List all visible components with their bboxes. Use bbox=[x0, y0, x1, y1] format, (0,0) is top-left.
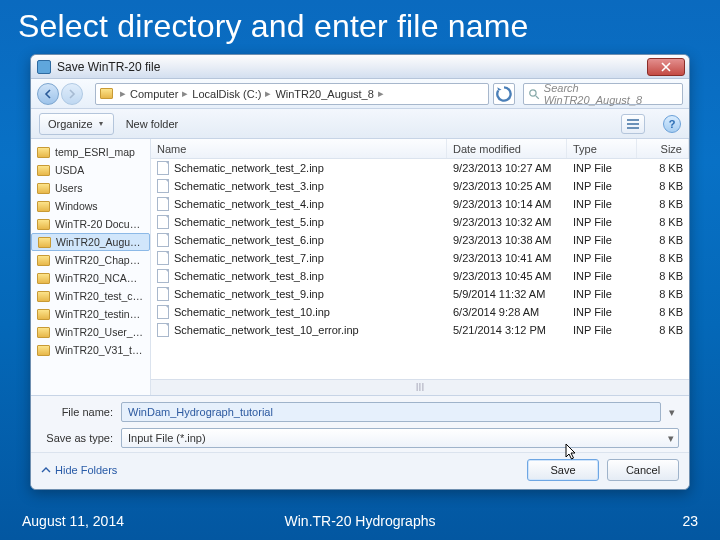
file-icon bbox=[157, 305, 169, 319]
filename-input[interactable]: WinDam_Hydrograph_tutorial bbox=[121, 402, 661, 422]
file-type: INP File bbox=[567, 288, 637, 300]
column-name[interactable]: Name bbox=[151, 139, 447, 158]
refresh-button[interactable] bbox=[493, 83, 515, 105]
slide-footer-center: Win.TR-20 Hydrographs bbox=[285, 513, 436, 529]
file-type: INP File bbox=[567, 252, 637, 264]
close-button[interactable] bbox=[647, 58, 685, 76]
file-type: INP File bbox=[567, 306, 637, 318]
file-rows[interactable]: Schematic_network_test_2.inp9/23/2013 10… bbox=[151, 159, 689, 379]
breadcrumb[interactable]: ▸ Computer ▸ LocalDisk (C:) ▸ WinTR20_Au… bbox=[95, 83, 489, 105]
file-size: 8 KB bbox=[637, 270, 689, 282]
file-type: INP File bbox=[567, 324, 637, 336]
help-button[interactable]: ? bbox=[663, 115, 681, 133]
column-headers[interactable]: Name Date modified Type Size bbox=[151, 139, 689, 159]
folder-icon bbox=[38, 237, 51, 248]
file-date: 9/23/2013 10:27 AM bbox=[447, 162, 567, 174]
save-button[interactable]: Save bbox=[527, 459, 599, 481]
sidebar-item-label: WinTR20_NCA… bbox=[55, 272, 137, 284]
sidebar-item-label: WinTR20_Augu… bbox=[56, 236, 141, 248]
table-row[interactable]: Schematic_network_test_8.inp9/23/2013 10… bbox=[151, 267, 689, 285]
column-type[interactable]: Type bbox=[567, 139, 637, 158]
table-row[interactable]: Schematic_network_test_7.inp9/23/2013 10… bbox=[151, 249, 689, 267]
table-row[interactable]: Schematic_network_test_2.inp9/23/2013 10… bbox=[151, 159, 689, 177]
sidebar-item[interactable]: WinTR20_Chap… bbox=[31, 251, 150, 269]
file-list: Name Date modified Type Size Schematic_n… bbox=[151, 139, 689, 395]
sidebar[interactable]: temp_ESRI_mapUSDAUsersWindowsWinTR-20 Do… bbox=[31, 139, 151, 395]
sidebar-item[interactable]: WinTR20_Augu… bbox=[31, 233, 150, 251]
table-row[interactable]: Schematic_network_test_4.inp9/23/2013 10… bbox=[151, 195, 689, 213]
table-row[interactable]: Schematic_network_test_5.inp9/23/2013 10… bbox=[151, 213, 689, 231]
breadcrumb-part[interactable]: LocalDisk (C:) bbox=[192, 88, 261, 100]
file-icon bbox=[157, 323, 169, 337]
folder-icon bbox=[37, 345, 50, 356]
sidebar-item-label: Windows bbox=[55, 200, 98, 212]
chevron-up-icon bbox=[41, 465, 51, 475]
breadcrumb-part[interactable]: Computer bbox=[130, 88, 178, 100]
sidebar-item[interactable]: Windows bbox=[31, 197, 150, 215]
window-title: Save WinTR-20 file bbox=[57, 60, 647, 74]
search-input[interactable]: Search WinTR20_August_8 bbox=[523, 83, 683, 105]
sidebar-item[interactable]: WinTR20_NCA… bbox=[31, 269, 150, 287]
horizontal-scrollbar[interactable]: III bbox=[151, 379, 689, 395]
folder-icon bbox=[100, 88, 113, 99]
table-row[interactable]: Schematic_network_test_3.inp9/23/2013 10… bbox=[151, 177, 689, 195]
search-placeholder: Search WinTR20_August_8 bbox=[544, 82, 678, 106]
view-button[interactable] bbox=[621, 114, 645, 134]
organize-label: Organize bbox=[48, 118, 93, 130]
file-date: 5/9/2014 11:32 AM bbox=[447, 288, 567, 300]
file-icon bbox=[157, 287, 169, 301]
file-name: Schematic_network_test_3.inp bbox=[174, 180, 324, 192]
file-icon bbox=[157, 233, 169, 247]
sidebar-item-label: WinTR20_User_… bbox=[55, 326, 143, 338]
folder-icon bbox=[37, 183, 50, 194]
saveastype-label: Save as type: bbox=[41, 432, 113, 444]
table-row[interactable]: Schematic_network_test_10_error.inp5/21/… bbox=[151, 321, 689, 339]
bottom-panel: File name: WinDam_Hydrograph_tutorial ▾ … bbox=[31, 396, 689, 452]
sidebar-item[interactable]: WinTR-20 Docu… bbox=[31, 215, 150, 233]
column-date[interactable]: Date modified bbox=[447, 139, 567, 158]
slide-footer: August 11, 2014 Win.TR-20 Hydrographs 23 bbox=[0, 502, 720, 540]
forward-button[interactable] bbox=[61, 83, 83, 105]
organize-button[interactable]: Organize bbox=[39, 113, 114, 135]
sidebar-item-label: WinTR20_Chap… bbox=[55, 254, 140, 266]
toolbar: Organize New folder ? bbox=[31, 109, 689, 139]
sidebar-item[interactable]: WinTR20_User_… bbox=[31, 323, 150, 341]
close-icon bbox=[661, 62, 671, 72]
file-size: 8 KB bbox=[637, 252, 689, 264]
sidebar-item[interactable]: WinTR20_testin… bbox=[31, 305, 150, 323]
sidebar-item-label: WinTR20_test_c… bbox=[55, 290, 143, 302]
folder-icon bbox=[37, 273, 50, 284]
file-date: 9/23/2013 10:41 AM bbox=[447, 252, 567, 264]
file-icon bbox=[157, 161, 169, 175]
sidebar-item[interactable]: USDA bbox=[31, 161, 150, 179]
file-type: INP File bbox=[567, 162, 637, 174]
folder-icon bbox=[37, 165, 50, 176]
table-row[interactable]: Schematic_network_test_10.inp6/3/2014 9:… bbox=[151, 303, 689, 321]
back-button[interactable] bbox=[37, 83, 59, 105]
sidebar-item[interactable]: temp_ESRI_map bbox=[31, 143, 150, 161]
cancel-button[interactable]: Cancel bbox=[607, 459, 679, 481]
breadcrumb-part[interactable]: WinTR20_August_8 bbox=[275, 88, 373, 100]
sidebar-item[interactable]: Users bbox=[31, 179, 150, 197]
file-size: 8 KB bbox=[637, 162, 689, 174]
titlebar[interactable]: Save WinTR-20 file bbox=[31, 55, 689, 79]
saveastype-select[interactable]: Input File (*.inp) ▾ bbox=[121, 428, 679, 448]
sidebar-item[interactable]: WinTR20_test_c… bbox=[31, 287, 150, 305]
file-type: INP File bbox=[567, 180, 637, 192]
column-size[interactable]: Size bbox=[637, 139, 689, 158]
file-size: 8 KB bbox=[637, 306, 689, 318]
chevron-right-icon: ▸ bbox=[263, 87, 273, 100]
sidebar-item-label: WinTR20_V31_t… bbox=[55, 344, 143, 356]
table-row[interactable]: Schematic_network_test_9.inp5/9/2014 11:… bbox=[151, 285, 689, 303]
sidebar-item-label: temp_ESRI_map bbox=[55, 146, 135, 158]
hide-folders-button[interactable]: Hide Folders bbox=[41, 464, 117, 476]
chevron-right-icon: ▸ bbox=[180, 87, 190, 100]
sidebar-item-label: Users bbox=[55, 182, 82, 194]
sidebar-item-label: WinTR20_testin… bbox=[55, 308, 140, 320]
chevron-down-icon[interactable]: ▾ bbox=[669, 406, 679, 419]
saveastype-value: Input File (*.inp) bbox=[128, 432, 206, 444]
sidebar-item[interactable]: WinTR20_V31_t… bbox=[31, 341, 150, 359]
chevron-down-icon: ▾ bbox=[668, 432, 674, 445]
table-row[interactable]: Schematic_network_test_6.inp9/23/2013 10… bbox=[151, 231, 689, 249]
new-folder-button[interactable]: New folder bbox=[126, 118, 179, 130]
